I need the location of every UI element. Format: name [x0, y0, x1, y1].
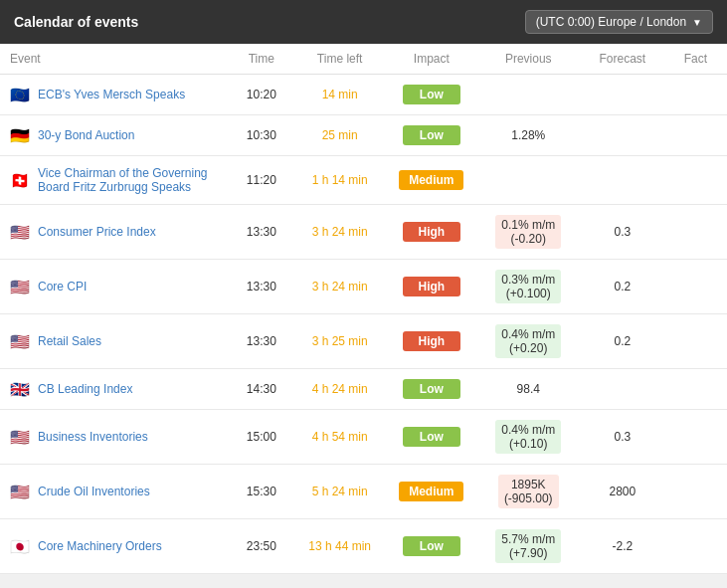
event-name[interactable]: Vice Chairman of the Governing Board Fri…: [38, 166, 220, 194]
time-cell: 10:20: [230, 75, 292, 115]
impact-badge: High: [403, 277, 460, 296]
impact-cell: Medium: [387, 156, 476, 205]
col-header-impact: Impact: [387, 44, 476, 75]
timeleft-cell: 25 min: [292, 115, 387, 156]
event-cell[interactable]: 🇪🇺 ECB's Yves Mersch Speaks: [10, 88, 220, 101]
event-name[interactable]: CB Leading Index: [38, 382, 132, 396]
impact-cell: High: [387, 314, 476, 369]
event-cell[interactable]: 🇺🇸 Consumer Price Index: [10, 225, 220, 239]
impact-badge: High: [403, 222, 460, 242]
flag-icon: 🇩🇪: [10, 128, 30, 142]
previous-value: 1895K(-905.00): [498, 475, 559, 508]
table-row: 🇺🇸 Retail Sales 13:303 h 25 minHigh0.4% …: [0, 314, 727, 369]
impact-badge: Low: [403, 85, 460, 104]
timezone-label: (UTC 0:00) Europe / London: [536, 15, 686, 29]
timeleft-cell: 4 h 54 min: [292, 410, 387, 465]
previous-cell: [476, 75, 581, 115]
forecast-cell: [581, 75, 664, 115]
forecast-cell: 0.2: [581, 260, 664, 314]
previous-cell: 1895K(-905.00): [476, 465, 581, 519]
chevron-down-icon: ▼: [692, 17, 702, 28]
event-name[interactable]: Crude Oil Inventories: [38, 485, 150, 498]
impact-badge: Medium: [399, 170, 463, 190]
impact-cell: High: [387, 205, 476, 260]
previous-value: 98.4: [511, 379, 546, 399]
col-header-forecast: Forecast: [581, 44, 664, 75]
col-header-fact: Fact: [664, 44, 727, 75]
flag-icon: 🇨🇭: [10, 173, 30, 187]
flag-icon: 🇺🇸: [10, 485, 30, 498]
impact-cell: Medium: [387, 465, 476, 519]
table-row: 🇨🇭 Vice Chairman of the Governing Board …: [0, 156, 727, 205]
previous-cell: 1.28%: [476, 115, 581, 156]
timeleft-cell: 13 h 44 min: [292, 519, 387, 574]
impact-badge: Low: [403, 125, 460, 145]
previous-cell: 0.1% m/m(-0.20): [476, 205, 581, 260]
previous-cell: 98.4: [476, 369, 581, 410]
timeleft-cell: 14 min: [292, 75, 387, 115]
event-name[interactable]: ECB's Yves Mersch Speaks: [38, 88, 185, 101]
event-cell[interactable]: 🇬🇧 CB Leading Index: [10, 382, 220, 396]
events-table: Event Time Time left Impact Previous For…: [0, 44, 727, 574]
event-cell[interactable]: 🇺🇸 Retail Sales: [10, 334, 220, 348]
event-cell[interactable]: 🇺🇸 Core CPI: [10, 280, 220, 294]
previous-cell: 5.7% m/m(+7.90): [476, 519, 581, 574]
previous-value: 1.28%: [505, 125, 551, 145]
forecast-cell: [581, 156, 664, 205]
previous-value: 0.4% m/m(+0.20): [495, 324, 561, 358]
table-header-row: Event Time Time left Impact Previous For…: [0, 44, 727, 75]
timeleft-cell: 4 h 24 min: [292, 369, 387, 410]
fact-cell: [664, 205, 727, 260]
table-row: 🇬🇧 CB Leading Index 14:304 h 24 minLow98…: [0, 369, 727, 410]
forecast-cell: -2.2: [581, 519, 664, 574]
previous-cell: [476, 156, 581, 205]
impact-cell: Low: [387, 369, 476, 410]
event-name[interactable]: Retail Sales: [38, 334, 101, 348]
flag-icon: 🇺🇸: [10, 334, 30, 348]
time-cell: 15:00: [230, 410, 292, 465]
event-cell[interactable]: 🇺🇸 Crude Oil Inventories: [10, 485, 220, 498]
event-cell[interactable]: 🇯🇵 Core Machinery Orders: [10, 539, 220, 553]
impact-cell: High: [387, 260, 476, 314]
fact-cell: [664, 369, 727, 410]
previous-value: 5.7% m/m(+7.90): [495, 529, 561, 563]
timeleft-cell: 5 h 24 min: [292, 465, 387, 519]
table-row: 🇺🇸 Business Inventories 15:004 h 54 minL…: [0, 410, 727, 465]
impact-badge: Medium: [399, 482, 463, 501]
event-cell[interactable]: 🇩🇪 30-y Bond Auction: [10, 128, 220, 142]
previous-value: 0.3% m/m(+0.100): [495, 270, 561, 303]
previous-cell: 0.4% m/m(+0.20): [476, 314, 581, 369]
forecast-cell: 0.3: [581, 205, 664, 260]
impact-badge: High: [403, 331, 460, 351]
timezone-selector[interactable]: (UTC 0:00) Europe / London ▼: [525, 10, 713, 34]
event-name[interactable]: Core Machinery Orders: [38, 539, 162, 553]
event-cell[interactable]: 🇨🇭 Vice Chairman of the Governing Board …: [10, 166, 220, 194]
previous-cell: 0.4% m/m(+0.10): [476, 410, 581, 465]
fact-cell: [664, 260, 727, 314]
header: Calendar of events (UTC 0:00) Europe / L…: [0, 0, 727, 44]
impact-cell: Low: [387, 75, 476, 115]
impact-badge: Low: [403, 379, 460, 399]
table-row: 🇺🇸 Core CPI 13:303 h 24 minHigh0.3% m/m(…: [0, 260, 727, 314]
flag-icon: 🇯🇵: [10, 539, 30, 553]
fact-cell: [664, 115, 727, 156]
forecast-cell: [581, 115, 664, 156]
page-title: Calendar of events: [14, 14, 138, 30]
timeleft-cell: 3 h 24 min: [292, 260, 387, 314]
time-cell: 15:30: [230, 465, 292, 519]
time-cell: 13:30: [230, 205, 292, 260]
event-name[interactable]: Consumer Price Index: [38, 225, 156, 239]
fact-cell: [664, 314, 727, 369]
previous-cell: 0.3% m/m(+0.100): [476, 260, 581, 314]
table-row: 🇺🇸 Consumer Price Index 13:303 h 24 minH…: [0, 205, 727, 260]
event-name[interactable]: Business Inventories: [38, 430, 148, 444]
col-header-event: Event: [0, 44, 230, 75]
time-cell: 13:30: [230, 260, 292, 314]
time-cell: 13:30: [230, 314, 292, 369]
event-cell[interactable]: 🇺🇸 Business Inventories: [10, 430, 220, 444]
event-name[interactable]: 30-y Bond Auction: [38, 128, 134, 142]
flag-icon: 🇺🇸: [10, 430, 30, 444]
table-row: 🇪🇺 ECB's Yves Mersch Speaks 10:2014 minL…: [0, 75, 727, 115]
event-name[interactable]: Core CPI: [38, 280, 87, 294]
flag-icon: 🇬🇧: [10, 382, 30, 396]
